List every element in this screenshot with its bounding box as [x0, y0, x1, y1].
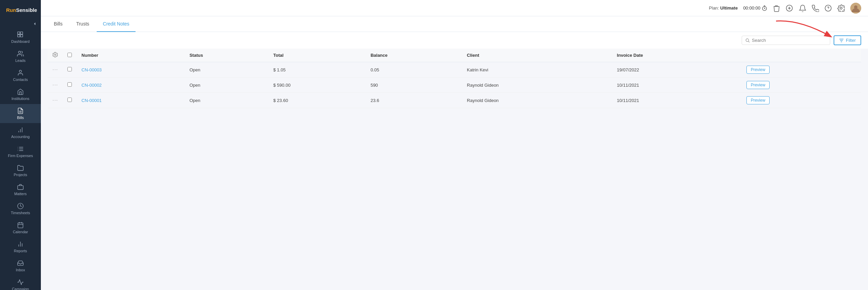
sidebar-item-bills[interactable]: Bills [0, 104, 41, 123]
column-settings-icon[interactable] [52, 52, 58, 57]
sidebar-item-accounting[interactable]: Accounting [0, 123, 41, 142]
person-icon [17, 69, 24, 76]
row-checkbox-cell[interactable] [63, 78, 77, 93]
file-text-icon [17, 107, 24, 114]
sidebar-item-matters[interactable]: Matters [0, 180, 41, 199]
cell-client: Raynold Gideon [462, 78, 612, 93]
cell-invoice-date: 10/11/2021 [612, 93, 742, 108]
bar-chart-icon [17, 126, 24, 133]
row-checkbox-cell[interactable] [63, 93, 77, 108]
sidebar-item-label: Reports [14, 249, 27, 253]
sidebar-item-timesheets[interactable]: Timesheets [0, 199, 41, 218]
svg-line-38 [748, 41, 749, 42]
sidebar-item-inbox[interactable]: Inbox [0, 256, 41, 275]
svg-point-8 [19, 70, 22, 73]
row-actions-dots[interactable]: ··· [48, 78, 63, 93]
bar-chart2-icon [17, 241, 24, 248]
sidebar: RunSensible Dashboard Leads Contacts Ins… [0, 0, 41, 290]
sidebar-item-campaign[interactable]: Campaign [0, 275, 41, 290]
svg-rect-20 [18, 186, 23, 190]
sidebar-item-reports[interactable]: Reports [0, 237, 41, 256]
user-avatar[interactable] [850, 3, 861, 14]
briefcase-icon [17, 184, 24, 190]
trash-icon[interactable] [773, 4, 780, 12]
cell-number: CN-00001 [77, 93, 185, 108]
cell-invoice-date: 19/07/2022 [612, 62, 742, 78]
users-icon [17, 50, 24, 57]
notification-icon[interactable] [799, 4, 806, 12]
sidebar-item-label: Timesheets [11, 211, 30, 215]
search-icon [745, 38, 750, 43]
svg-rect-6 [20, 35, 23, 37]
svg-rect-5 [18, 35, 20, 37]
sidebar-item-label: Firm Expenses [8, 154, 33, 158]
credit-note-link[interactable]: CN-00001 [81, 98, 101, 103]
row-actions-dots[interactable]: ··· [48, 93, 63, 108]
mail-icon [17, 260, 24, 267]
col-select-all[interactable] [63, 49, 77, 62]
sidebar-item-label: Inbox [16, 268, 25, 272]
row-actions-dots[interactable]: ··· [48, 62, 63, 78]
table-row: ··· CN-00003 Open $ 1.05 0.05 Katrin Kev… [48, 62, 861, 78]
svg-point-7 [18, 51, 21, 54]
preview-button[interactable]: Preview [746, 81, 770, 89]
grid-icon [17, 31, 24, 38]
help-icon[interactable] [824, 4, 832, 12]
row-checkbox-0[interactable] [67, 67, 72, 71]
tabs-bar: BillsTrustsCredit Notes [41, 16, 868, 32]
row-checkbox-2[interactable] [67, 98, 72, 102]
settings-icon[interactable] [837, 4, 845, 12]
cell-invoice-date: 10/11/2021 [612, 78, 742, 93]
row-checkbox-cell[interactable] [63, 62, 77, 78]
filter-button[interactable]: Filter [834, 35, 861, 45]
search-box[interactable] [742, 36, 830, 45]
logo[interactable]: RunSensible [0, 0, 41, 20]
col-balance: Balance [366, 49, 462, 62]
sidebar-item-leads[interactable]: Leads [0, 47, 41, 66]
sidebar-item-firm-expenses[interactable]: Firm Expenses [0, 142, 41, 161]
tab-bills[interactable]: Bills [48, 16, 69, 32]
cell-total: $ 590.00 [269, 78, 366, 93]
sidebar-item-calendar[interactable]: Calendar [0, 218, 41, 237]
sidebar-collapse-button[interactable] [0, 20, 41, 28]
col-status: Status [185, 49, 268, 62]
select-all-checkbox[interactable] [67, 53, 72, 57]
phone-icon[interactable] [811, 4, 819, 12]
sidebar-item-label: Bills [17, 116, 24, 120]
svg-rect-3 [18, 32, 20, 34]
credit-note-link[interactable]: CN-00003 [81, 67, 101, 72]
main-wrapper: Plan: Ultimate 00:00:00 BillsTrustsCredi… [41, 0, 868, 290]
credit-note-link[interactable]: CN-00002 [81, 83, 101, 88]
cell-client: Raynold Gideon [462, 93, 612, 108]
search-input[interactable] [752, 38, 826, 43]
preview-button[interactable]: Preview [746, 66, 770, 74]
sidebar-item-dashboard[interactable]: Dashboard [0, 28, 41, 47]
sidebar-item-label: Projects [14, 173, 27, 177]
sidebar-item-label: Institutions [12, 97, 30, 101]
sidebar-item-label: Dashboard [11, 39, 30, 44]
svg-point-37 [746, 38, 748, 41]
svg-rect-22 [18, 223, 23, 228]
plan-info: Plan: Ultimate [709, 5, 738, 11]
table-row: ··· CN-00002 Open $ 590.00 590 Raynold G… [48, 78, 861, 93]
col-actions [742, 49, 861, 62]
row-checkbox-1[interactable] [67, 82, 72, 87]
sidebar-item-institutions[interactable]: Institutions [0, 85, 41, 104]
clock-icon [17, 203, 24, 209]
main-content: BillsTrustsCredit Notes Filter [41, 16, 868, 290]
timer: 00:00:00 [743, 5, 767, 11]
tab-credit-notes[interactable]: Credit Notes [97, 16, 136, 32]
col-invoice-date: Invoice Date [612, 49, 742, 62]
toolbar: Filter [41, 32, 868, 49]
preview-button[interactable]: Preview [746, 96, 770, 104]
col-settings [48, 49, 63, 62]
sidebar-item-label: Leads [15, 58, 26, 63]
tab-trusts[interactable]: Trusts [70, 16, 95, 32]
sidebar-item-contacts[interactable]: Contacts [0, 66, 41, 85]
sidebar-item-label: Calendar [13, 230, 28, 234]
cell-status: Open [185, 93, 268, 108]
sidebar-item-projects[interactable]: Projects [0, 161, 41, 180]
add-icon[interactable] [786, 4, 793, 12]
topbar: Plan: Ultimate 00:00:00 [41, 0, 868, 16]
cell-balance: 0.05 [366, 62, 462, 78]
